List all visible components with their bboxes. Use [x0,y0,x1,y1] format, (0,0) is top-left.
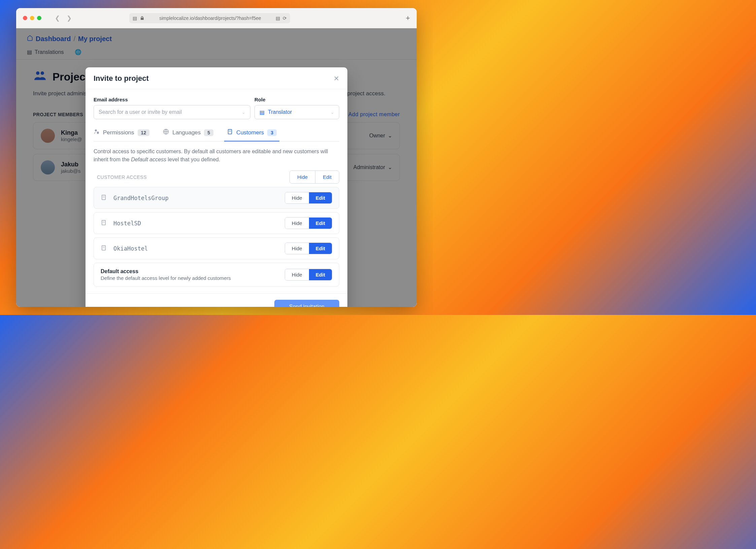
close-window-button[interactable] [23,16,27,20]
row-hide-button[interactable]: Hide [285,192,309,203]
url-text: simplelocalize.io/dashboard/projects/?ha… [147,15,273,21]
role-value: Translator [268,109,327,115]
invite-modal: Invite to project ✕ Email address Search… [85,67,347,307]
email-label: Email address [94,97,250,102]
traffic-lights [23,16,41,20]
back-button[interactable]: ❮ [55,14,60,22]
svg-rect-4 [228,129,232,134]
default-access-desc: Define the default access level for newl… [101,275,278,281]
address-bar[interactable]: ▤ 🔒︎ simplelocalize.io/dashboard/project… [129,13,290,23]
default-access-title: Default access [101,268,278,274]
forward-button[interactable]: ❯ [67,14,72,22]
new-tab-button[interactable]: + [406,14,410,23]
tab-languages-count: 5 [204,129,213,136]
titlebar: ❮ ❯ ▤ 🔒︎ simplelocalize.io/dashboard/pro… [16,8,417,28]
header-action-group: Hide Edit [289,170,339,184]
customer-name: HostelSD [113,220,278,227]
send-invitation-button[interactable]: Send invitation [274,300,339,307]
customer-name: GrandHotelsGroup [113,195,278,201]
header-hide-button[interactable]: Hide [290,171,315,183]
close-icon[interactable]: ✕ [334,74,339,83]
tab-customers[interactable]: Customers 3 [227,129,277,141]
row-edit-button[interactable]: Edit [309,243,332,254]
chevron-down-icon: ⌄ [242,110,245,115]
building-icon [101,220,107,227]
customer-row: GrandHotelsGroup Hide Edit [94,187,339,209]
row-edit-button[interactable]: Edit [309,192,332,203]
building-icon [101,245,107,252]
building-icon [101,194,107,202]
tab-customers-count: 3 [267,129,277,136]
role-select[interactable]: ▤ Translator ⌄ [254,105,339,119]
email-placeholder: Search for a user or invite by email [99,109,238,115]
tab-languages-label: Languages [172,129,201,136]
translate-icon[interactable]: ▤ [276,15,280,21]
globe-icon [163,129,169,136]
lock-icon: 🔒︎ [140,15,144,21]
browser-window: ❮ ❯ ▤ 🔒︎ simplelocalize.io/dashboard/pro… [16,8,417,307]
role-label: Role [254,97,339,102]
svg-rect-7 [102,246,106,250]
tab-permissions[interactable]: Permissions 12 [94,129,149,141]
svg-rect-6 [102,220,106,225]
page-content: Dashboard / My project ▤ Translations 🌐 … [16,28,417,307]
row-edit-button[interactable]: Edit [309,218,332,229]
building-icon [227,129,233,136]
default-hide-button[interactable]: Hide [285,269,309,280]
default-edit-button[interactable]: Edit [309,269,332,280]
default-access-row: Default access Define the default access… [94,263,339,287]
email-input[interactable]: Search for a user or invite by email ⌄ [94,105,250,119]
reload-icon[interactable]: ⟳ [283,15,287,21]
user-shield-icon [94,129,100,136]
translate-icon: ▤ [260,109,265,116]
tab-permissions-count: 12 [138,129,150,136]
tab-permissions-label: Permissions [103,129,134,136]
tab-customers-label: Customers [236,129,264,136]
tab-languages[interactable]: Languages 5 [163,129,213,141]
modal-tabs: Permissions 12 Languages 5 [94,129,339,141]
customer-name: OkiaHostel [113,245,278,252]
customer-access-label: CUSTOMER ACCESS [94,174,147,180]
customer-row: HostelSD Hide Edit [94,212,339,234]
row-hide-button[interactable]: Hide [285,218,309,229]
maximize-window-button[interactable] [37,16,41,20]
modal-overlay[interactable]: Invite to project ✕ Email address Search… [16,28,417,307]
customer-row: OkiaHostel Hide Edit [94,237,339,259]
header-edit-button[interactable]: Edit [315,171,339,183]
row-hide-button[interactable]: Hide [285,243,309,254]
reader-icon: ▤ [133,15,137,21]
help-text: Control access to specific customers. By… [94,148,339,164]
chevron-down-icon: ⌄ [331,110,334,115]
svg-rect-5 [102,195,106,200]
minimize-window-button[interactable] [30,16,34,20]
svg-point-2 [95,129,97,131]
modal-title: Invite to project [94,74,149,83]
